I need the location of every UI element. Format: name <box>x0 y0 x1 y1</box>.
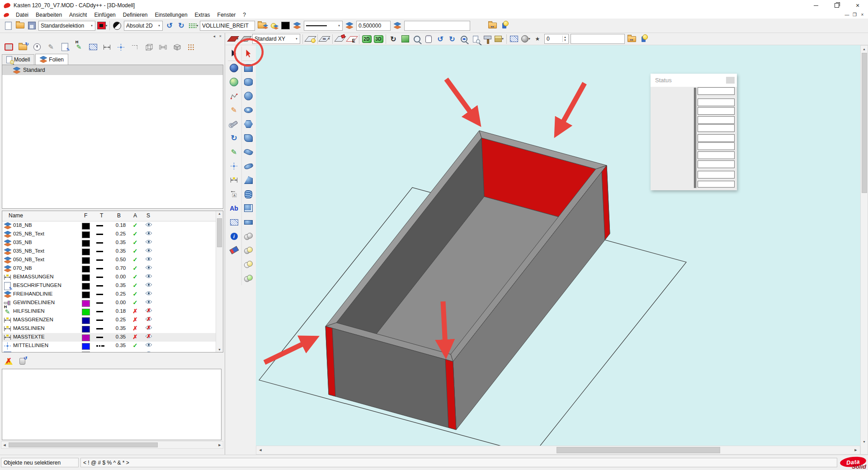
layer-table-header[interactable]: NameFTBAS <box>2 211 223 221</box>
view-3d-button[interactable]: 3D <box>373 33 384 44</box>
rotate-tool[interactable]: ↻ <box>228 131 240 145</box>
material-button[interactable]: ▾ <box>520 33 532 44</box>
wireframe-cube-tool[interactable] <box>142 41 156 53</box>
render-button[interactable] <box>481 33 493 44</box>
solid-box-tool[interactable] <box>242 61 255 75</box>
bool-split-tool[interactable] <box>242 271 255 285</box>
adjust-tool[interactable] <box>228 117 240 131</box>
zoom-window-button[interactable] <box>470 33 481 44</box>
texture-button[interactable] <box>508 33 520 44</box>
status-panel-menu-button[interactable] <box>726 77 735 84</box>
bool-intersect-tool[interactable] <box>242 257 255 271</box>
scroll-left-icon[interactable]: ◀ <box>258 448 263 452</box>
table-row[interactable]: BEMASSUNGEN0.00✓ <box>2 273 223 282</box>
hatch-tool-2[interactable] <box>228 215 240 229</box>
table-row[interactable]: MASSGRENZEN0.25✗✗ <box>2 316 223 324</box>
solid-cylinder-tool[interactable] <box>242 75 255 89</box>
pencil-tool[interactable]: ✎ <box>44 41 58 53</box>
scroll-down-icon[interactable]: ▼ <box>861 440 868 443</box>
column-header-s[interactable]: S <box>146 212 150 219</box>
layer-folder-button[interactable] <box>256 20 268 31</box>
undo-button[interactable]: ↺ <box>164 20 175 31</box>
purge-button[interactable]: ↺ <box>15 355 29 367</box>
table-scrollbar[interactable]: ▲ ▼ <box>216 211 223 352</box>
grid-button[interactable]: ▾ <box>187 20 199 31</box>
solid-sweep-tool[interactable] <box>242 145 255 159</box>
table-row[interactable]: 050_NB_Text0.50✓ <box>2 256 223 264</box>
table-row[interactable]: 035_NB0.35✓ <box>2 239 223 247</box>
render-mode-tool[interactable] <box>228 75 240 89</box>
light-manager-button-2[interactable] <box>637 33 649 44</box>
table-row[interactable]: 070_NB0.70✓ <box>2 264 223 273</box>
delete-filter-button[interactable]: ✗ <box>2 355 15 367</box>
view-undo-button[interactable]: ↺ <box>434 33 446 44</box>
history-tool[interactable] <box>30 41 44 53</box>
table-row[interactable]: FREIHANDLINIE0.25✓ <box>2 290 223 299</box>
scroll-up-icon[interactable]: ▲ <box>861 47 868 51</box>
open-file-button[interactable] <box>14 20 26 31</box>
line-width-field[interactable]: 0.500000 <box>356 21 391 31</box>
layer-tree[interactable]: Standard <box>2 65 223 209</box>
table-row[interactable]: 025_NB_Text0.25✓ <box>2 230 223 239</box>
view-2d-button[interactable]: 2D <box>361 33 373 44</box>
display-mode-button[interactable]: ▾ <box>493 33 505 44</box>
selection-mode-combo[interactable]: Standardselektion▾ <box>38 21 95 31</box>
centerline-tool[interactable] <box>114 41 128 53</box>
menu-item-datei[interactable]: Datei <box>12 12 32 18</box>
coordinate-mode-combo[interactable]: Absolut 2D▾ <box>124 21 163 31</box>
mdi-minimize-button[interactable]: — <box>843 12 851 17</box>
new-file-button[interactable] <box>2 20 14 31</box>
menu-item-einfgen[interactable]: Einfügen <box>90 12 119 18</box>
scroll-thumb[interactable] <box>557 447 720 453</box>
pen-color-button[interactable] <box>279 20 291 31</box>
scroll-thumb[interactable] <box>217 218 222 247</box>
group-manager-button-2[interactable]: ●● <box>626 33 637 44</box>
3d-viewport[interactable]: Status <box>256 45 860 446</box>
menu-item-ansicht[interactable]: Ansicht <box>66 12 90 18</box>
redo-button[interactable]: ↻ <box>175 20 187 31</box>
column-header-t[interactable]: T <box>100 212 103 219</box>
solid-slab-tool[interactable] <box>242 215 255 229</box>
message-box[interactable] <box>2 369 222 440</box>
layer-assign-style-button[interactable] <box>344 20 355 31</box>
tab-modell[interactable]: Modell <box>2 54 34 65</box>
menu-item-bearbeiten[interactable]: Bearbeiten <box>32 12 66 18</box>
dock-close-button[interactable]: × <box>219 34 222 39</box>
mirror-tool[interactable] <box>100 41 114 53</box>
solid-pipe-tool[interactable] <box>242 159 255 173</box>
save-button[interactable] <box>26 20 38 31</box>
view-extra-field[interactable] <box>571 34 625 44</box>
spin-up-icon[interactable]: ▲ <box>564 36 566 39</box>
dock-horizontal-scrollbar[interactable]: ◀ ▶ <box>1 441 223 449</box>
close-button[interactable]: × <box>847 0 868 11</box>
raster-tool[interactable] <box>184 41 198 53</box>
tree-item-standard[interactable]: Standard <box>2 65 223 75</box>
restore-button[interactable] <box>826 0 847 11</box>
menu-item-[interactable]: ? <box>239 12 250 18</box>
dock-collapse-button[interactable]: ◂ <box>213 34 215 39</box>
group-manager-button[interactable]: ●● <box>486 20 498 31</box>
plane-visibility-button[interactable] <box>304 33 316 44</box>
spin-down-icon[interactable]: ▼ <box>564 39 566 42</box>
light-manager-button[interactable] <box>498 20 510 31</box>
viewport-vertical-scrollbar[interactable]: ▲ ▼ <box>860 45 868 455</box>
view-cube-button[interactable] <box>399 33 411 44</box>
column-header-b[interactable]: B <box>117 212 121 219</box>
mdi-restore-button[interactable]: ❐ <box>851 12 859 17</box>
scroll-thumb[interactable] <box>9 442 158 447</box>
hatch-tool[interactable] <box>86 41 100 53</box>
select-tool[interactable] <box>228 47 240 61</box>
scroll-right-icon[interactable]: ▶ <box>217 443 222 447</box>
scroll-left-icon[interactable]: ◀ <box>2 443 7 447</box>
dock-header[interactable]: ◂ × <box>0 34 225 40</box>
column-header-a[interactable]: A <box>133 212 137 219</box>
bool-union-tool[interactable] <box>242 229 255 243</box>
menu-item-fenster[interactable]: Fenster <box>214 12 240 18</box>
pan-button[interactable] <box>423 33 434 44</box>
polyline-tool[interactable] <box>228 89 240 103</box>
solid-spring-tool[interactable] <box>242 187 255 201</box>
connector-tool[interactable] <box>156 41 170 53</box>
select-red-arrow-tool[interactable] <box>242 47 255 61</box>
table-row[interactable]: 035_NB_Text0.35✓ <box>2 247 223 256</box>
draw-pencil-tool[interactable]: ✎ <box>228 145 240 159</box>
